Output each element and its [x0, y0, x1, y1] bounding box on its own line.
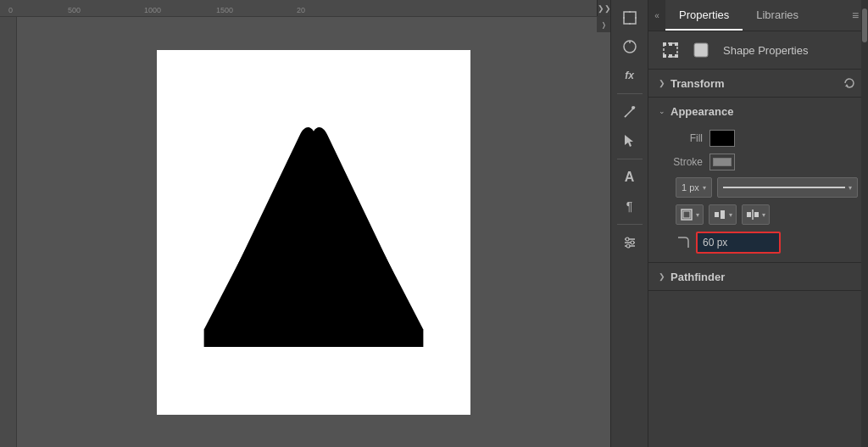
canvas-body: ❭ [0, 17, 610, 447]
stroke-label: Stroke [669, 156, 703, 168]
stroke-width-arrow-icon: ▾ [703, 184, 706, 192]
corner-radius-row: 60 px [669, 232, 858, 254]
stroke-style-arrow-icon: ▾ [849, 184, 852, 192]
tool-draw-circle[interactable] [616, 33, 643, 60]
stroke-swatch-inner [713, 158, 732, 166]
svg-rect-19 [694, 43, 708, 57]
fill-swatch[interactable] [709, 130, 735, 147]
canvas-area: 0 500 1000 1500 20 ❯❯ [0, 0, 610, 447]
section-pathfinder-header[interactable]: ❯ Pathfinder [648, 263, 868, 290]
transform-chevron-icon: ❯ [659, 79, 665, 87]
align-type-icon [713, 208, 726, 221]
svg-rect-1 [624, 12, 636, 24]
right-panel: « Properties Libraries ≡ Shape [648, 0, 868, 447]
align-type-arrow-icon: ▾ [729, 211, 732, 219]
canvas-content[interactable]: ❭ [17, 17, 610, 447]
corner-type-dropdown[interactable]: ▾ [676, 204, 704, 225]
corner-radius-input[interactable]: 60 px [696, 232, 781, 254]
align-type-dropdown[interactable]: ▾ [709, 204, 737, 225]
section-transform-header[interactable]: ❯ Transform [648, 70, 868, 97]
tool-settings[interactable] [616, 229, 643, 256]
appearance-chevron-icon: ⌄ [659, 107, 665, 115]
panel-collapse-left[interactable]: « [648, 0, 665, 31]
stroke-style-dropdown[interactable]: ▾ [717, 177, 858, 198]
panel-tabs: Properties Libraries [665, 0, 843, 31]
rounded-triangle [182, 101, 445, 364]
stroke-row: Stroke [669, 154, 858, 170]
svg-rect-16 [675, 54, 678, 58]
shape-fill-icon[interactable] [689, 38, 713, 62]
left-toolbar: fx A ¶ [610, 0, 648, 447]
toolbar-divider-3 [617, 224, 643, 225]
section-appearance: ⌄ Appearance Fill Stroke [648, 98, 868, 263]
svg-rect-14 [675, 42, 678, 46]
tool-pen[interactable] [616, 98, 643, 126]
toolbar-divider-2 [617, 159, 643, 159]
svg-point-10 [631, 241, 634, 244]
panel-scrollbar-thumb [862, 8, 867, 42]
svg-rect-23 [683, 211, 690, 218]
tool-text[interactable]: A [616, 164, 643, 191]
tool-select-transform[interactable] [616, 4, 643, 31]
corner-type-icon [680, 208, 693, 221]
tool-selection[interactable] [616, 127, 643, 154]
ruler-mark-1500: 1500 [216, 6, 233, 14]
ruler-mark-1000: 1000 [144, 6, 161, 14]
svg-rect-13 [663, 42, 666, 46]
svg-rect-25 [721, 210, 725, 219]
stroke-swatch[interactable] [709, 154, 735, 170]
panel-header: « Properties Libraries ≡ [648, 0, 868, 31]
ruler-mark-20: 20 [297, 6, 305, 14]
ruler-vertical [0, 17, 17, 447]
collapse-right-btn[interactable]: ❯❯ [597, 0, 610, 17]
section-appearance-header[interactable]: ⌄ Appearance [648, 98, 868, 125]
svg-marker-21 [845, 84, 849, 87]
svg-rect-24 [715, 212, 719, 217]
corner-options-row: ▾ ▾ ▾ [669, 204, 858, 225]
svg-marker-5 [625, 135, 633, 147]
tab-libraries[interactable]: Libraries [743, 0, 812, 31]
artboard [157, 50, 470, 415]
shape-props-row: Shape Properties [648, 31, 868, 70]
corner-radius-icon [676, 235, 691, 250]
panel-scrollbar[interactable] [861, 0, 868, 447]
section-transform: ❯ Transform [648, 70, 868, 98]
distribute-dropdown[interactable]: ▾ [742, 204, 770, 225]
section-pathfinder: ❯ Pathfinder [648, 263, 868, 291]
distribute-icon [746, 208, 760, 221]
svg-rect-26 [747, 212, 751, 217]
tool-paragraph[interactable]: ¶ [616, 193, 643, 220]
toolbar-divider-1 [617, 93, 643, 94]
ruler-mark-500: 500 [68, 6, 81, 14]
section-transform-title: Transform [670, 77, 841, 90]
draw-circle-icon [622, 39, 637, 54]
shape-props-label: Shape Properties [723, 44, 808, 57]
stroke-width-row: 1 px ▾ ▾ [669, 177, 858, 198]
canvas-collapse-arrow[interactable]: ❭ [597, 17, 610, 32]
distribute-arrow-icon: ▾ [762, 211, 765, 219]
tab-properties[interactable]: Properties [665, 0, 743, 31]
ruler-horizontal: 0 500 1000 1500 20 ❯❯ [0, 0, 610, 17]
panel-body: ❯ Transform ⌄ Appearance Fill [648, 70, 868, 447]
svg-rect-15 [663, 54, 666, 58]
stroke-width-dropdown[interactable]: 1 px ▾ [676, 177, 712, 198]
selection-icon [622, 133, 637, 148]
svg-rect-18 [669, 54, 672, 58]
shape-bounds-svg [661, 41, 680, 59]
corner-radius-svg [676, 236, 690, 249]
svg-rect-27 [754, 212, 759, 217]
tool-fx[interactable]: fx [616, 62, 643, 89]
stroke-width-value: 1 px [682, 182, 699, 193]
fill-label: Fill [669, 132, 703, 144]
ruler-mark-0: 0 [8, 6, 13, 14]
section-pathfinder-title: Pathfinder [670, 271, 858, 283]
svg-rect-17 [669, 42, 672, 46]
section-appearance-title: Appearance [670, 105, 858, 118]
pen-tool-icon [622, 104, 637, 120]
fill-row: Fill [669, 130, 858, 147]
shape-bounds-icon[interactable] [659, 38, 682, 62]
reset-icon [843, 77, 855, 89]
appearance-content: Fill Stroke 1 px ▾ [648, 125, 868, 262]
transform-reset-btn[interactable] [841, 75, 858, 92]
svg-point-9 [626, 237, 629, 241]
